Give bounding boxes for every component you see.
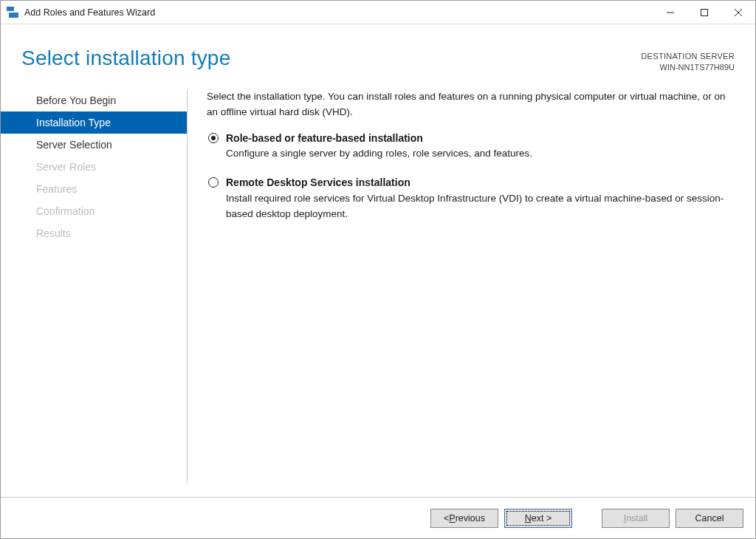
maximize-button[interactable] [687,1,721,24]
step-label: Server Roles [36,161,96,173]
step-label: Installation Type [36,117,111,128]
destination-info: DESTINATION SERVER WIN-NN1TS77H89U [641,47,735,73]
option-body: Remote Desktop Services installation Ins… [226,175,735,222]
next-button[interactable]: Next > [504,509,572,528]
option-remote-desktop[interactable]: Remote Desktop Services installation Ins… [207,175,735,222]
step-results: Results [1,222,187,244]
option-title: Role-based or feature-based installation [226,131,735,147]
step-confirmation: Confirmation [1,200,187,222]
wizard-steps-sidebar: Before You Begin Installation Type Serve… [1,82,187,497]
option-desc: Install required role services for Virtu… [226,191,735,222]
wizard-window: Add Roles and Features Wizard Select ins… [0,0,756,539]
svg-rect-1 [701,9,708,16]
step-label: Before You Begin [36,95,116,106]
destination-server: WIN-NN1TS77H89U [641,62,735,73]
option-desc: Configure a single server by adding role… [226,146,735,162]
destination-label: DESTINATION SERVER [641,51,735,62]
page-title: Select installation type [21,47,641,70]
wizard-main-panel: Select the installation type. You can in… [188,82,755,497]
close-button[interactable] [721,1,755,24]
step-label: Results [36,227,71,239]
intro-text: Select the installation type. You can in… [207,89,735,120]
app-icon [7,7,18,18]
window-controls [653,1,755,24]
step-label: Features [36,183,77,195]
wizard-header: Select installation type DESTINATION SER… [1,24,755,82]
wizard-footer: < Previous Next > Install Cancel [1,497,755,538]
step-features: Features [1,178,187,200]
minimize-button[interactable] [653,1,687,24]
step-label: Server Selection [36,139,112,151]
install-button: Install [602,509,670,528]
window-title: Add Roles and Features Wizard [24,7,155,18]
titlebar: Add Roles and Features Wizard [1,1,755,24]
radio-icon[interactable] [208,133,219,143]
radio-icon[interactable] [208,177,219,188]
step-server-selection[interactable]: Server Selection [1,134,187,156]
option-role-based[interactable]: Role-based or feature-based installation… [207,131,735,162]
cancel-button[interactable]: Cancel [676,509,743,528]
step-label: Confirmation [36,205,94,217]
step-installation-type[interactable]: Installation Type [1,111,187,134]
wizard-body: Before You Begin Installation Type Serve… [1,82,755,497]
step-server-roles: Server Roles [1,156,187,178]
option-body: Role-based or feature-based installation… [226,131,735,162]
option-title: Remote Desktop Services installation [226,175,735,191]
previous-button[interactable]: < Previous [430,509,498,528]
step-before-you-begin[interactable]: Before You Begin [1,89,187,111]
